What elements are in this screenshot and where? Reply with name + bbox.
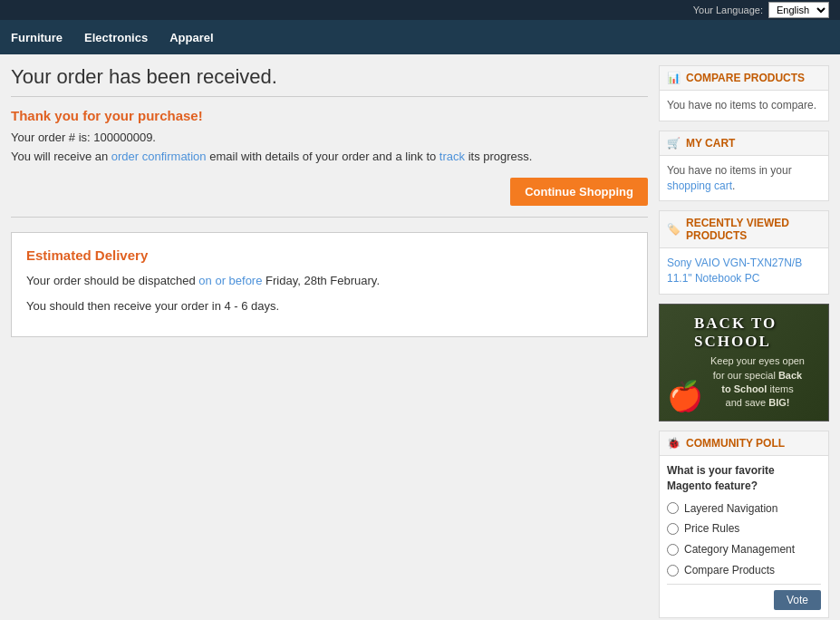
community-poll-block: 🐞 COMMUNITY POLL What is your favorite M… [659, 431, 829, 618]
nav-apparel[interactable]: Apparel [169, 31, 213, 44]
recently-viewed-body: Sony VAIO VGN-TXN27N/B 11.1" Notebook PC [660, 248, 828, 294]
track-link[interactable]: track [439, 150, 465, 163]
language-label: Your Language: [693, 5, 763, 15]
poll-option-1[interactable]: Layered Navigation [667, 501, 821, 517]
bts-title: BACK TO SCHOOL [694, 315, 821, 351]
nav-electronics[interactable]: Electronics [84, 31, 148, 44]
compare-products-body: You have no items to compare. [660, 91, 828, 121]
continue-shopping-button[interactable]: Continue Shopping [510, 178, 648, 206]
poll-icon: 🐞 [667, 437, 681, 450]
poll-option-3-label: Category Management [684, 542, 795, 557]
my-cart-body: You have no items in your shopping cart. [660, 156, 828, 201]
back-to-school-banner[interactable]: 🍎 BACK TO SCHOOL Keep your eyes openfor … [659, 304, 829, 421]
poll-radio-4[interactable] [667, 565, 679, 576]
page-title: Your order has been received. [11, 65, 648, 97]
bts-body: Keep your eyes openfor our special Backt… [710, 354, 805, 411]
poll-option-4-label: Compare Products [684, 563, 775, 578]
my-cart-header: 🛒 MY CART [660, 131, 828, 156]
recently-viewed-block: 🏷️ RECENTLY VIEWED PRODUCTS Sony VAIO VG… [659, 210, 829, 295]
community-poll-body: What is your favorite Magento feature? L… [660, 456, 828, 617]
vote-button[interactable]: Vote [774, 590, 821, 610]
recently-viewed-product-link[interactable]: Sony VAIO VGN-TXN27N/B 11.1" Notebook PC [667, 257, 802, 285]
compare-products-header: 📊 COMPARE PRODUCTS [660, 66, 828, 91]
right-sidebar: 📊 COMPARE PRODUCTS You have no items to … [659, 65, 829, 618]
dispatch-date-link[interactable]: on or before [198, 274, 262, 287]
main-container: Your order has been received. Thank you … [0, 54, 840, 620]
community-poll-header: 🐞 COMMUNITY POLL [660, 431, 828, 456]
thank-you-message: Thank you for your purchase! [11, 108, 648, 123]
poll-question: What is your favorite Magento feature? [667, 463, 821, 494]
my-cart-block: 🛒 MY CART You have no items in your shop… [659, 131, 829, 202]
poll-radio-1[interactable] [667, 502, 679, 514]
vote-btn-row: Vote [667, 584, 821, 610]
delivery-title: Estimated Delivery [26, 247, 632, 263]
poll-radio-3[interactable] [667, 544, 679, 556]
nav-furniture[interactable]: Furniture [11, 31, 63, 44]
cart-icon: 🛒 [667, 137, 681, 150]
poll-option-3[interactable]: Category Management [667, 542, 821, 557]
my-cart-title: MY CART [686, 137, 735, 150]
left-content: Your order has been received. Thank you … [11, 65, 648, 618]
nav-bar: Furniture Electronics Apparel [0, 20, 840, 54]
order-number: Your order # is: 100000009. [11, 131, 648, 144]
poll-option-2-label: Price Rules [684, 521, 739, 537]
top-bar: Your Language: English [0, 0, 840, 20]
continue-btn-row: Continue Shopping [11, 178, 648, 218]
poll-option-4[interactable]: Compare Products [667, 563, 821, 578]
order-confirmation-link[interactable]: order confirmation [111, 150, 207, 163]
language-select[interactable]: English [768, 2, 829, 18]
compare-products-title: COMPARE PRODUCTS [686, 72, 805, 84]
dispatch-text: Your order should be dispatched on or be… [26, 272, 632, 290]
recently-viewed-title: RECENTLY VIEWED PRODUCTS [686, 217, 821, 242]
delivery-box: Estimated Delivery Your order should be … [11, 232, 648, 337]
delivery-days-text: You should then receive your order in 4 … [26, 297, 632, 315]
poll-option-1-label: Layered Navigation [684, 501, 777, 517]
confirmation-text: You will receive an order confirmation e… [11, 150, 648, 163]
eye-icon: 🏷️ [667, 223, 681, 236]
compare-products-text: You have no items to compare. [667, 99, 816, 111]
compare-icon: 📊 [667, 72, 681, 84]
shopping-cart-link[interactable]: shopping cart [667, 179, 732, 192]
poll-radio-2[interactable] [667, 523, 679, 535]
recently-viewed-header: 🏷️ RECENTLY VIEWED PRODUCTS [660, 211, 828, 248]
poll-option-2[interactable]: Price Rules [667, 521, 821, 537]
community-poll-title: COMMUNITY POLL [686, 437, 785, 450]
compare-products-block: 📊 COMPARE PRODUCTS You have no items to … [659, 65, 829, 121]
